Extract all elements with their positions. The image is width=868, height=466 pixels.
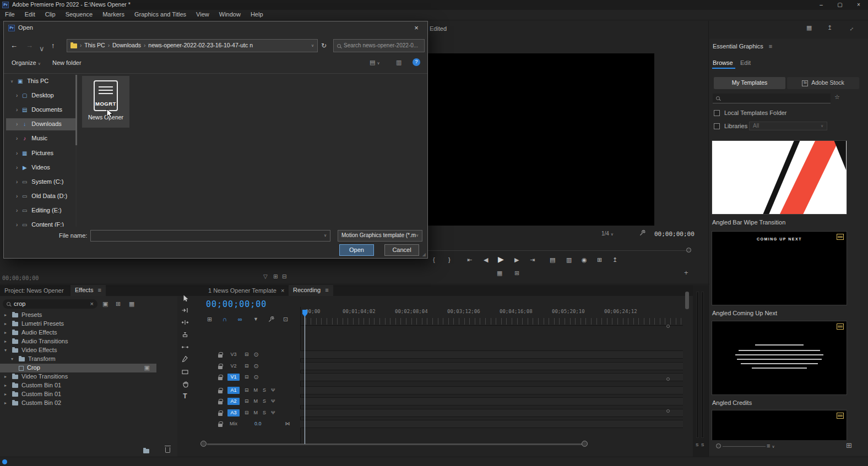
sync-lock-icon[interactable]: ⊟ xyxy=(245,387,249,393)
filter-32bit-icon[interactable]: ⊞ xyxy=(116,300,121,308)
mark-in-icon[interactable]: { xyxy=(433,256,435,264)
thumbnail-size-slider-track[interactable] xyxy=(723,446,766,447)
tree-item-custom-bin-02[interactable]: ▸Custom Bin 02 xyxy=(0,399,156,408)
solo-button[interactable]: S xyxy=(263,410,266,416)
timeline-lane-v3[interactable] xyxy=(300,350,683,359)
tab-recording[interactable]: Recording ≡ xyxy=(289,285,333,296)
tree-item-video-effects[interactable]: ▾Video Effects xyxy=(0,346,156,355)
play-button[interactable]: ▶ xyxy=(498,255,504,265)
mute-button[interactable]: M xyxy=(254,387,258,393)
file-name-input[interactable]: ∨ xyxy=(90,230,330,242)
sidebar-item-content-f[interactable]: ›▭Content (F:) xyxy=(6,219,75,227)
track-lock-icon[interactable] xyxy=(218,377,223,380)
sync-lock-icon[interactable]: ⊟ xyxy=(245,363,249,369)
monitor-scroll-handle[interactable] xyxy=(686,248,691,253)
vertical-scrollbar-thumb[interactable] xyxy=(685,292,689,309)
minimize-button[interactable]: – xyxy=(812,0,831,10)
zoom-scrollbar-track[interactable] xyxy=(207,443,584,445)
tab-browse[interactable]: Browse xyxy=(713,59,733,67)
filter-libraries-row[interactable]: Libraries xyxy=(714,123,747,130)
go-to-in-icon[interactable]: ⇤ xyxy=(467,256,472,264)
tab-adobe-stock[interactable]: StAdobe Stock xyxy=(787,77,859,89)
template-thumbnail-bar-wipe[interactable] xyxy=(712,140,847,215)
nav-forward-button[interactable]: → xyxy=(26,41,33,50)
sidebar-item-videos[interactable]: ›▶Videos xyxy=(6,162,75,174)
zoom-scrollbar-left-handle[interactable] xyxy=(200,441,207,447)
tree-item-lumetri-presets[interactable]: ▸Lumetri Presets xyxy=(0,320,156,328)
overwrite-icon[interactable]: ⊟ xyxy=(282,273,286,281)
libraries-checkbox[interactable] xyxy=(714,123,720,129)
organize-menu[interactable]: Organize ∨ xyxy=(12,59,41,67)
panel-menu-icon[interactable]: ≡ xyxy=(97,287,101,294)
export-frame-icon[interactable]: ◉ xyxy=(582,256,587,264)
button-editor-grid-icon[interactable]: ▦ xyxy=(497,270,502,277)
sidebar-item-this-pc[interactable]: ∨▣This PC xyxy=(6,75,75,87)
local-templates-checkbox[interactable] xyxy=(714,110,720,116)
lift-icon[interactable]: ▤ xyxy=(550,256,555,264)
sidebar-item-desktop[interactable]: ›▢Desktop xyxy=(6,90,75,102)
new-template-icon[interactable]: ⊞ xyxy=(846,441,852,450)
track-scroll-dot[interactable] xyxy=(666,325,670,328)
settings-wrench-icon[interactable] xyxy=(639,229,646,239)
track-scroll-dot[interactable] xyxy=(666,377,670,381)
mix-level-value[interactable]: 0.0 xyxy=(254,421,262,427)
track-output-eye-icon[interactable]: ⊙ xyxy=(254,374,259,381)
sync-lock-icon[interactable]: ⊟ xyxy=(245,374,249,380)
insert-icon[interactable]: ↥ xyxy=(612,256,617,264)
track-name[interactable]: V1 xyxy=(227,374,240,381)
filter-yuv-icon[interactable]: ▦ xyxy=(129,300,134,308)
solo-button[interactable]: S xyxy=(263,398,266,404)
nav-history-chevron-icon[interactable]: ∨ xyxy=(39,45,45,53)
button-editor-plus-icon[interactable]: + xyxy=(684,268,688,277)
track-output-eye-icon[interactable]: ⊙ xyxy=(254,363,259,370)
timeline-settings-wrench-icon[interactable] xyxy=(268,316,275,325)
sidebar-scrollbar[interactable] xyxy=(75,75,77,227)
menu-edit[interactable]: Edit xyxy=(20,11,40,19)
track-header-v3[interactable]: V3⊟⊙ xyxy=(218,350,259,359)
solo-right-button[interactable]: S xyxy=(701,442,704,448)
address-dropdown-icon[interactable]: ∨ xyxy=(311,43,314,48)
track-header-a2[interactable]: A2⊟MSΨ xyxy=(218,397,275,405)
tab-edit[interactable]: Edit xyxy=(740,59,751,67)
template-name[interactable]: Angled Bar Wipe Transition xyxy=(712,219,785,227)
sync-lock-icon[interactable]: ⊟ xyxy=(245,398,249,404)
sidebar-item-system-c[interactable]: ›▭System (C:) xyxy=(6,176,75,188)
tab-my-templates[interactable]: My Templates xyxy=(714,77,785,89)
sync-lock-icon[interactable]: ⊟ xyxy=(245,352,249,358)
playhead-line[interactable] xyxy=(305,316,305,444)
menu-markers[interactable]: Markers xyxy=(97,11,129,19)
tree-item-audio-transitions[interactable]: ▸Audio Transitions xyxy=(0,337,156,346)
track-lock-icon[interactable] xyxy=(218,401,223,404)
step-back-icon[interactable]: ◀ xyxy=(484,256,488,264)
extract-icon[interactable]: ▥ xyxy=(566,256,572,264)
linked-selection-icon[interactable]: ∞ xyxy=(238,316,242,324)
breadcrumb-downloads[interactable]: Downloads xyxy=(112,42,141,49)
menu-view[interactable]: View xyxy=(191,11,214,19)
tree-item-custom-bin-01[interactable]: ▸Custom Bin 01 xyxy=(0,381,156,390)
templates-search-input[interactable] xyxy=(713,94,831,103)
zoom-scrollbar-right-handle[interactable] xyxy=(582,441,588,447)
mute-button[interactable]: M xyxy=(254,398,258,404)
favorites-star-icon[interactable]: ☆ xyxy=(834,94,840,101)
selection-tool[interactable] xyxy=(181,294,189,303)
track-lock-icon[interactable] xyxy=(218,413,223,416)
timeline-lane-a2[interactable] xyxy=(300,397,683,405)
new-custom-bin-icon[interactable] xyxy=(143,449,149,453)
solo-button[interactable]: S xyxy=(263,387,266,393)
address-bar[interactable]: ›This PC ›Downloads ›news-opener-2022-02… xyxy=(67,39,318,52)
track-lock-icon[interactable] xyxy=(218,366,223,369)
track-select-tool[interactable] xyxy=(181,306,189,315)
dialog-close-button[interactable]: × xyxy=(408,24,425,32)
fullscreen-icon[interactable]: ↔ xyxy=(847,24,856,34)
file-type-select[interactable]: Motion Graphics template (*.m∨ xyxy=(338,230,422,242)
track-header-a1[interactable]: A1⊟MSΨ xyxy=(218,386,275,394)
timeline-lane-v2[interactable] xyxy=(300,362,683,370)
search-input[interactable]: Search news-opener-2022-0... xyxy=(333,39,425,52)
track-lock-icon[interactable] xyxy=(218,424,223,427)
track-name[interactable]: A2 xyxy=(227,398,240,405)
track-lock-icon[interactable] xyxy=(218,354,223,358)
pen-tool[interactable] xyxy=(181,355,189,364)
template-thumbnail-credits[interactable] xyxy=(712,321,847,395)
add-button-icon[interactable]: ⊞ xyxy=(514,270,519,277)
add-marker-icon[interactable]: ▼ xyxy=(253,316,258,322)
